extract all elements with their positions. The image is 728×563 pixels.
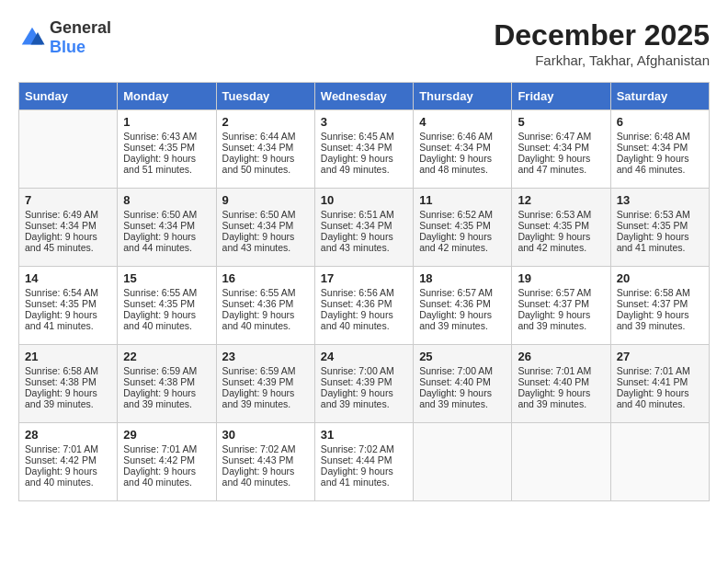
calendar-week-5: 28 Sunrise: 7:01 AM Sunset: 4:42 PM Dayl… xyxy=(19,423,710,501)
sunset: Sunset: 4:41 PM xyxy=(617,376,688,387)
sunrise: Sunrise: 7:02 AM xyxy=(321,443,394,454)
sunset: Sunset: 4:39 PM xyxy=(321,376,392,387)
sunset: Sunset: 4:34 PM xyxy=(222,220,294,231)
sunset: Sunset: 4:34 PM xyxy=(222,142,294,153)
day-number: 5 xyxy=(518,115,604,129)
daylight: Daylight: 9 hours and 42 minutes. xyxy=(518,231,590,253)
location-title: Farkhar, Takhar, Afghanistan xyxy=(494,52,710,68)
sunrise: Sunrise: 6:48 AM xyxy=(617,131,690,142)
sunrise: Sunrise: 7:01 AM xyxy=(123,443,197,454)
day-number: 17 xyxy=(321,271,407,285)
sunset: Sunset: 4:35 PM xyxy=(123,298,195,309)
sunset: Sunset: 4:35 PM xyxy=(518,220,589,231)
logo-general: General xyxy=(50,18,111,37)
calendar-cell: 6 Sunrise: 6:48 AM Sunset: 4:34 PM Dayli… xyxy=(610,110,709,189)
day-number: 29 xyxy=(123,428,210,442)
daylight: Daylight: 9 hours and 44 minutes. xyxy=(123,231,196,253)
sunrise: Sunrise: 7:00 AM xyxy=(321,365,394,376)
sunset: Sunset: 4:37 PM xyxy=(617,298,688,309)
sunset: Sunset: 4:34 PM xyxy=(419,142,491,153)
sunset: Sunset: 4:34 PM xyxy=(617,142,688,153)
calendar-header: Sunday Monday Tuesday Wednesday Thursday… xyxy=(19,83,710,110)
day-number: 20 xyxy=(617,271,703,285)
sunrise: Sunrise: 6:54 AM xyxy=(25,287,98,298)
day-number: 28 xyxy=(25,428,111,442)
daylight: Daylight: 9 hours and 41 minutes. xyxy=(25,309,97,331)
day-number: 26 xyxy=(518,350,604,363)
sunset: Sunset: 4:35 PM xyxy=(123,142,195,153)
sunset: Sunset: 4:34 PM xyxy=(518,142,589,153)
calendar-cell: 11 Sunrise: 6:52 AM Sunset: 4:35 PM Dayl… xyxy=(414,189,512,267)
calendar-cell: 23 Sunrise: 6:59 AM Sunset: 4:39 PM Dayl… xyxy=(216,345,314,423)
sunrise: Sunrise: 6:45 AM xyxy=(321,131,394,142)
day-number: 6 xyxy=(617,115,703,129)
calendar-cell xyxy=(19,110,118,189)
calendar-cell: 10 Sunrise: 6:51 AM Sunset: 4:34 PM Dayl… xyxy=(314,189,413,267)
title-block: December 2025 Farkhar, Takhar, Afghanist… xyxy=(494,18,710,68)
day-number: 10 xyxy=(321,193,407,207)
sunset: Sunset: 4:40 PM xyxy=(518,376,589,387)
sunset: Sunset: 4:34 PM xyxy=(123,220,195,231)
sunrise: Sunrise: 6:59 AM xyxy=(222,365,296,376)
sunrise: Sunrise: 7:02 AM xyxy=(222,443,296,454)
daylight: Daylight: 9 hours and 50 minutes. xyxy=(222,153,295,175)
sunset: Sunset: 4:44 PM xyxy=(321,454,392,465)
sunrise: Sunrise: 6:56 AM xyxy=(321,287,394,298)
calendar-cell: 2 Sunrise: 6:44 AM Sunset: 4:34 PM Dayli… xyxy=(216,110,314,189)
header-row: Sunday Monday Tuesday Wednesday Thursday… xyxy=(19,83,710,110)
calendar-cell: 27 Sunrise: 7:01 AM Sunset: 4:41 PM Dayl… xyxy=(610,345,709,423)
sunrise: Sunrise: 6:52 AM xyxy=(419,209,493,220)
daylight: Daylight: 9 hours and 39 minutes. xyxy=(617,309,689,331)
calendar-cell: 30 Sunrise: 7:02 AM Sunset: 4:43 PM Dayl… xyxy=(216,423,314,501)
sunrise: Sunrise: 6:58 AM xyxy=(617,287,690,298)
daylight: Daylight: 9 hours and 48 minutes. xyxy=(419,153,492,175)
day-number: 18 xyxy=(419,271,506,285)
day-number: 12 xyxy=(518,193,604,207)
sunrise: Sunrise: 7:01 AM xyxy=(518,365,591,376)
sunrise: Sunrise: 6:53 AM xyxy=(617,209,690,220)
sunset: Sunset: 4:35 PM xyxy=(25,298,97,309)
daylight: Daylight: 9 hours and 40 minutes. xyxy=(617,387,689,409)
daylight: Daylight: 9 hours and 40 minutes. xyxy=(123,309,196,331)
month-title: December 2025 xyxy=(494,18,710,52)
calendar-cell: 18 Sunrise: 6:57 AM Sunset: 4:36 PM Dayl… xyxy=(414,267,512,345)
sunrise: Sunrise: 6:55 AM xyxy=(222,287,296,298)
day-number: 14 xyxy=(25,271,111,285)
daylight: Daylight: 9 hours and 39 minutes. xyxy=(321,387,393,409)
day-number: 21 xyxy=(25,350,111,363)
header-monday: Monday xyxy=(118,83,216,110)
daylight: Daylight: 9 hours and 41 minutes. xyxy=(617,231,689,253)
day-number: 24 xyxy=(321,350,407,363)
daylight: Daylight: 9 hours and 40 minutes. xyxy=(123,465,196,488)
sunset: Sunset: 4:40 PM xyxy=(419,376,491,387)
sunrise: Sunrise: 6:58 AM xyxy=(25,365,98,376)
daylight: Daylight: 9 hours and 46 minutes. xyxy=(617,153,689,175)
calendar-cell: 16 Sunrise: 6:55 AM Sunset: 4:36 PM Dayl… xyxy=(216,267,314,345)
logo: General Blue xyxy=(18,18,111,57)
daylight: Daylight: 9 hours and 39 minutes. xyxy=(419,387,492,409)
sunrise: Sunrise: 6:51 AM xyxy=(321,209,394,220)
sunset: Sunset: 4:39 PM xyxy=(222,376,294,387)
logo-icon xyxy=(18,24,46,52)
sunset: Sunset: 4:36 PM xyxy=(222,298,294,309)
sunrise: Sunrise: 6:59 AM xyxy=(123,365,197,376)
sunset: Sunset: 4:38 PM xyxy=(25,376,97,387)
sunset: Sunset: 4:42 PM xyxy=(123,454,195,465)
sunrise: Sunrise: 6:49 AM xyxy=(25,209,98,220)
day-number: 23 xyxy=(222,350,309,363)
sunset: Sunset: 4:35 PM xyxy=(419,220,491,231)
calendar-cell: 28 Sunrise: 7:01 AM Sunset: 4:42 PM Dayl… xyxy=(19,423,118,501)
day-number: 2 xyxy=(222,115,309,129)
sunrise: Sunrise: 6:46 AM xyxy=(419,131,493,142)
sunrise: Sunrise: 7:01 AM xyxy=(25,443,98,454)
calendar-week-1: 1 Sunrise: 6:43 AM Sunset: 4:35 PM Dayli… xyxy=(19,110,710,189)
sunrise: Sunrise: 6:47 AM xyxy=(518,131,591,142)
header-thursday: Thursday xyxy=(414,83,512,110)
logo-blue: Blue xyxy=(50,38,85,56)
calendar-cell: 15 Sunrise: 6:55 AM Sunset: 4:35 PM Dayl… xyxy=(118,267,216,345)
day-number: 31 xyxy=(321,428,407,442)
header-wednesday: Wednesday xyxy=(314,83,413,110)
calendar-cell: 4 Sunrise: 6:46 AM Sunset: 4:34 PM Dayli… xyxy=(414,110,512,189)
daylight: Daylight: 9 hours and 40 minutes. xyxy=(25,465,97,488)
calendar-week-2: 7 Sunrise: 6:49 AM Sunset: 4:34 PM Dayli… xyxy=(19,189,710,267)
